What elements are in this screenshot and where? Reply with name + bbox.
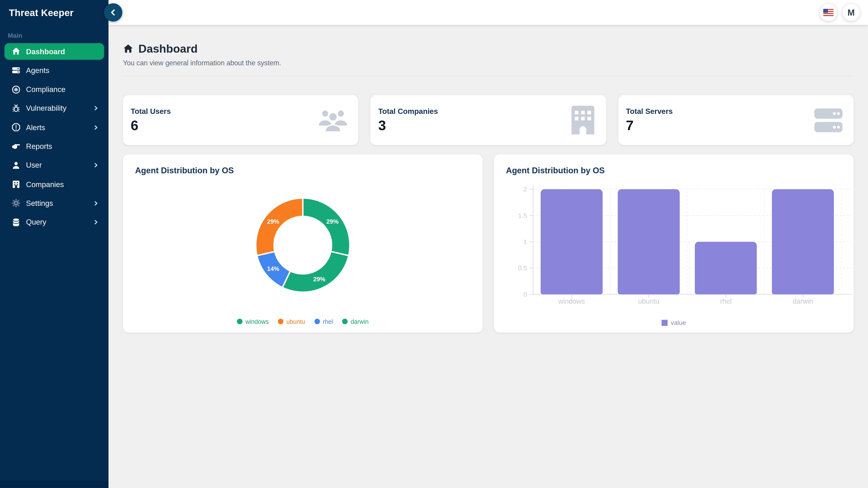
- donut-legend-item-rhel[interactable]: rhel: [314, 318, 333, 325]
- hand-point-icon: [11, 142, 20, 151]
- sidebar-collapse-button[interactable]: [104, 3, 122, 22]
- home-icon: [123, 43, 133, 54]
- sidebar-nav: DashboardAgentsComplianceVulnerabilityAl…: [0, 43, 108, 230]
- donut-chart: 29%29%14%29%: [123, 182, 483, 312]
- sidebar-section-label: Main: [8, 32, 101, 39]
- chevron-left-icon: [110, 9, 117, 16]
- chevron-right-icon: [94, 163, 98, 168]
- donut-legend-item-darwin[interactable]: darwin: [342, 318, 368, 325]
- bar-chart: 00.511.52windowsubunturheldarwin: [494, 183, 854, 315]
- chevron-right-icon: [94, 125, 98, 130]
- legend-label: windows: [245, 318, 269, 325]
- donut-chart-title: Agent Distribution by OS: [135, 165, 234, 175]
- x-tick-label: rhel: [720, 297, 732, 305]
- sidebar-item-label: Dashboard: [26, 47, 98, 56]
- sidebar-item-label: Query: [26, 218, 94, 226]
- stat-card-total-users: Total Users6: [123, 95, 359, 145]
- stats-row: Total Users6Total Companies3Total Server…: [123, 95, 854, 145]
- chevron-right-icon: [94, 106, 98, 111]
- donut-chart-card: Agent Distribution by OS 29%29%14%29% wi…: [123, 154, 483, 332]
- x-tick-label: darwin: [793, 297, 813, 305]
- user-avatar-button[interactable]: M: [842, 4, 860, 21]
- main-content: Dashboard You can view general informati…: [108, 25, 868, 488]
- sidebar-item-alerts[interactable]: Alerts: [4, 119, 104, 135]
- sidebar-item-vulnerability[interactable]: Vulnerability: [4, 100, 104, 117]
- legend-dot: [314, 319, 320, 324]
- chevron-right-icon: [94, 201, 98, 206]
- bug-icon: [11, 104, 20, 113]
- sidebar-item-label: Vulnerability: [26, 104, 94, 112]
- y-tick-label: 1: [524, 238, 527, 246]
- donut-legend: windowsubunturheldarwin: [123, 318, 483, 325]
- sidebar-item-label: Reports: [26, 142, 98, 151]
- bar-darwin[interactable]: [772, 189, 834, 294]
- legend-dot: [278, 319, 283, 324]
- page-subtitle: You can view general information about t…: [123, 59, 854, 67]
- page-head: Dashboard: [123, 42, 854, 55]
- legend-dot: [342, 319, 348, 324]
- sidebar-item-query[interactable]: Query: [4, 214, 104, 230]
- bar-rhel[interactable]: [695, 242, 757, 294]
- x-tick-label: ubuntu: [638, 297, 659, 305]
- donut-slice-windows[interactable]: [303, 198, 350, 256]
- avatar-initial: M: [847, 7, 855, 18]
- y-tick-label: 0: [524, 291, 527, 298]
- compliance-pulse-icon: [11, 85, 20, 94]
- donut-slice-label: 29%: [327, 218, 339, 225]
- sidebar-item-agents[interactable]: Agents: [4, 62, 104, 78]
- donut-slice-label: 29%: [267, 218, 279, 225]
- bar-chart-title: Agent Distribution by OS: [506, 165, 604, 175]
- stat-value: 6: [131, 117, 171, 133]
- sidebar-item-label: Alerts: [26, 123, 94, 131]
- server-stack-icon: [11, 66, 20, 75]
- legend-label: rhel: [323, 318, 333, 325]
- sidebar-item-compliance[interactable]: Compliance: [4, 81, 104, 98]
- legend-label: value: [671, 319, 686, 326]
- donut-slice-label: 14%: [267, 265, 279, 272]
- sidebar-item-dashboard[interactable]: Dashboard: [4, 43, 104, 60]
- stat-label: Total Companies: [378, 107, 438, 116]
- stat-value: 7: [626, 117, 673, 133]
- alert-octagon-icon: [11, 123, 20, 132]
- sidebar-item-label: Companies: [26, 180, 98, 188]
- app-title: Threat Keeper: [0, 0, 108, 19]
- stat-card-total-companies: Total Companies3: [370, 95, 606, 145]
- divider: [123, 76, 854, 76]
- sidebar-footer: [0, 481, 108, 488]
- sidebar-item-user[interactable]: User: [4, 157, 104, 173]
- topbar-actions: M: [820, 4, 860, 21]
- language-button[interactable]: [820, 4, 837, 21]
- donut-slice-darwin[interactable]: [282, 252, 348, 292]
- stat-label: Total Users: [131, 107, 171, 116]
- sidebar-item-settings[interactable]: Settings: [4, 195, 104, 212]
- y-tick-label: 0.5: [518, 265, 527, 271]
- legend-swatch: [661, 320, 668, 326]
- bar-ubuntu[interactable]: [618, 189, 680, 294]
- donut-slice-label: 29%: [313, 276, 325, 283]
- users-group-icon: [318, 108, 348, 132]
- user-icon: [11, 161, 20, 170]
- bar-legend-item-value[interactable]: value: [494, 319, 854, 326]
- donut-legend-item-windows[interactable]: windows: [237, 318, 269, 325]
- legend-label: darwin: [350, 318, 368, 325]
- legend-label: ubuntu: [286, 318, 305, 325]
- stat-label: Total Servers: [626, 107, 673, 116]
- stat-card-total-servers: Total Servers7: [618, 95, 854, 145]
- bar-windows[interactable]: [541, 189, 602, 294]
- office-building-icon: [569, 106, 596, 134]
- database-icon: [11, 218, 20, 227]
- y-tick-label: 2: [524, 186, 527, 193]
- y-tick-label: 1.5: [518, 212, 527, 219]
- sidebar-item-label: Compliance: [26, 85, 98, 94]
- home-icon: [11, 47, 20, 56]
- sidebar-item-label: Settings: [26, 199, 94, 207]
- stat-value: 3: [378, 117, 438, 133]
- charts-row: Agent Distribution by OS 29%29%14%29% wi…: [123, 154, 854, 332]
- donut-legend-item-ubuntu[interactable]: ubuntu: [278, 318, 305, 325]
- donut-slice-ubuntu[interactable]: [256, 198, 303, 256]
- chevron-right-icon: [94, 220, 98, 225]
- topbar: M: [108, 0, 868, 25]
- sidebar-item-reports[interactable]: Reports: [4, 138, 104, 155]
- sidebar-item-companies[interactable]: Companies: [4, 176, 104, 193]
- gear-icon: [11, 199, 20, 207]
